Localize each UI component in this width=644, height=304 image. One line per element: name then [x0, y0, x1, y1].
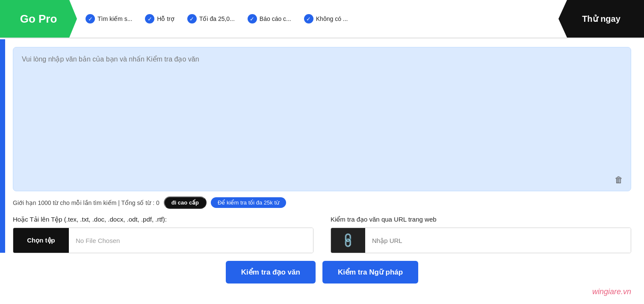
check-plagiarism-button[interactable]: Kiểm tra đạo văn	[226, 261, 316, 284]
try-now-button[interactable]: Thử ngay	[558, 0, 644, 38]
upload-label: Hoặc Tải lên Tệp (.tex, .txt, .doc, .doc…	[13, 216, 313, 223]
check-icon-2: ✓	[145, 14, 154, 23]
top-banner: Go Pro ✓ Tìm kiếm s... ✓ Hỗ trợ ✓ Tối đa…	[0, 0, 644, 38]
choose-file-button[interactable]: Chọn tệp	[13, 228, 69, 253]
feature-item-1: ✓ Tìm kiếm s...	[86, 14, 132, 23]
watermark: wingiare.vn	[592, 287, 631, 296]
upload-section: Hoặc Tải lên Tệp (.tex, .txt, .doc, .doc…	[13, 216, 313, 253]
word-limit-row: Giới hạn 1000 từ cho mỗi lần tìm kiếm | …	[13, 196, 631, 209]
url-label: Kiểm tra đạo văn qua URL trang web	[331, 216, 631, 223]
check-grammar-button[interactable]: Kiểm tra Ngữ pháp	[322, 261, 418, 284]
url-icon-button[interactable]: 🔗	[331, 228, 365, 253]
url-section: Kiểm tra đạo văn qua URL trang web 🔗	[331, 216, 631, 253]
check-icon-3: ✓	[187, 14, 197, 23]
file-input-row: Chọn tệp No File Chosen	[13, 228, 313, 253]
check-icon-5: ✓	[304, 14, 313, 23]
check-icon-4: ✓	[248, 14, 257, 23]
features-area: ✓ Tìm kiếm s... ✓ Hỗ trợ ✓ Tối đa 25,0..…	[77, 0, 558, 38]
main-content: 🗑 Giới hạn 1000 từ cho mỗi lần tìm kiếm …	[0, 38, 644, 292]
check-icon-1: ✓	[86, 14, 95, 23]
trash-icon[interactable]: 🗑	[614, 175, 623, 185]
feature-item-3: ✓ Tối đa 25,0...	[187, 14, 235, 23]
left-blue-bar	[0, 39, 5, 253]
link-icon: 🔗	[339, 231, 357, 249]
go-pro-button[interactable]: Go Pro	[0, 0, 77, 38]
word-limit-label: Giới hạn 1000 từ cho mỗi lần tìm kiếm | …	[13, 199, 160, 206]
file-name-display: No File Chosen	[69, 228, 313, 253]
url-input-row: 🔗	[331, 228, 631, 253]
text-input-container: 🗑	[13, 47, 631, 191]
action-buttons-row: Kiểm tra đạo văn Kiểm tra Ngữ pháp	[13, 261, 631, 284]
upload-url-row: Hoặc Tải lên Tệp (.tex, .txt, .doc, .doc…	[13, 216, 631, 253]
url-input[interactable]	[365, 228, 631, 253]
text-input[interactable]	[22, 55, 622, 183]
feature-item-4: ✓ Báo cáo c...	[248, 14, 291, 23]
upgrade-button[interactable]: đi cao cấp	[164, 196, 207, 209]
upgrade-desc: Để kiểm tra tối đa 25k từ	[211, 197, 286, 208]
feature-item-2: ✓ Hỗ trợ	[145, 14, 174, 23]
feature-item-5: ✓ Không có ...	[304, 14, 348, 23]
